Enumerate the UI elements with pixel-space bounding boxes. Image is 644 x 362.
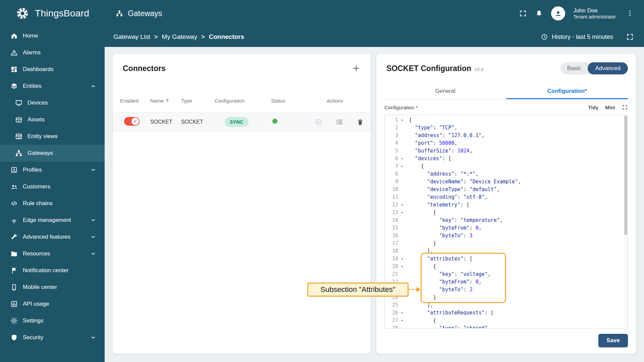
line-number[interactable]: 3 xyxy=(385,132,404,139)
sidebar-item-resources[interactable]: Resources xyxy=(0,245,105,262)
connector-name: SOCKET xyxy=(150,119,181,125)
connector-row[interactable]: ✓ SOCKET SOCKET SYNC xyxy=(113,113,371,131)
connector-rpc-icon[interactable] xyxy=(315,118,323,126)
sidebar-item-entity-views[interactable]: Entity views xyxy=(0,128,105,145)
sidebar-item-label: Rule chains xyxy=(23,200,53,207)
line-number[interactable]: 19▾ xyxy=(385,255,404,263)
code-line: "telemetry": [ xyxy=(409,201,628,209)
sidebar-item-devices[interactable]: Devices xyxy=(0,95,105,111)
fold-caret-icon[interactable]: ▾ xyxy=(401,317,403,324)
line-number[interactable]: 18 xyxy=(385,247,404,255)
line-number[interactable]: 16 xyxy=(385,232,404,240)
line-number[interactable]: 25 xyxy=(385,301,404,309)
line-number[interactable]: 6▾ xyxy=(385,155,404,163)
advanced-mode-button[interactable]: Advanced xyxy=(588,62,628,74)
sidebar-item-profiles[interactable]: Profiles xyxy=(0,162,105,178)
sidebar-item-advanced-features[interactable]: Advanced features xyxy=(0,229,105,245)
line-number[interactable]: 28 xyxy=(385,324,404,328)
line-number[interactable]: 12▾ xyxy=(385,201,404,209)
devices-icon xyxy=(15,99,23,107)
fold-caret-icon[interactable]: ▾ xyxy=(401,201,403,209)
editor-code[interactable]: { "type": "TCP", "address": "127.0.0.1",… xyxy=(404,115,628,328)
code-line: { xyxy=(409,263,628,270)
sidebar-item-entities[interactable]: Entities xyxy=(0,78,105,95)
tidy-button[interactable]: Tidy xyxy=(588,105,598,110)
sidebar-item-security[interactable]: Security xyxy=(0,329,105,346)
line-number[interactable]: 2 xyxy=(385,124,404,132)
sidebar-item-dashboards[interactable]: Dashboards xyxy=(0,61,105,78)
app-logo[interactable]: ThingsBoard xyxy=(15,6,89,20)
line-number[interactable]: 1▾ xyxy=(385,116,404,124)
tab-configuration[interactable]: Configuration* xyxy=(506,83,628,99)
code-line: "port": 50000, xyxy=(409,139,628,147)
column-name[interactable]: Name xyxy=(150,98,181,104)
line-number[interactable]: 14 xyxy=(385,217,404,224)
dashboards-icon xyxy=(10,65,18,73)
add-connector-button[interactable] xyxy=(352,64,361,73)
breadcrumb-gateway-list[interactable]: Gateway List xyxy=(113,33,150,41)
sidebar-item-label: Resources xyxy=(23,250,50,257)
history-range-button[interactable]: History - last 5 minutes xyxy=(541,33,613,41)
fold-caret-icon[interactable]: ▾ xyxy=(401,116,403,124)
fold-caret-icon[interactable]: ▾ xyxy=(401,263,403,270)
sidebar-item-label: Entities xyxy=(23,83,42,89)
connector-logs-icon[interactable] xyxy=(335,118,343,126)
sidebar-item-label: Advanced features xyxy=(23,234,70,240)
connector-delete-icon[interactable] xyxy=(356,118,364,126)
editor-scrollbar[interactable] xyxy=(624,115,628,328)
sidebar-item-api-usage[interactable]: API usage xyxy=(0,296,105,312)
fold-caret-icon[interactable]: ▾ xyxy=(401,155,403,163)
fullscreen-icon[interactable] xyxy=(519,9,527,17)
sidebar-item-settings[interactable]: Settings xyxy=(0,312,105,329)
sidebar-item-gateways[interactable]: Gateways xyxy=(0,145,105,162)
sidebar-item-notification-center[interactable]: Notification center xyxy=(0,262,105,279)
breadcrumb-separator: > xyxy=(201,34,205,41)
sidebar-item-mobile-center[interactable]: Mobile center xyxy=(0,279,105,296)
mini-button[interactable]: Mini xyxy=(605,105,615,110)
page-title-label: Gateways xyxy=(128,9,162,18)
save-button[interactable]: Save xyxy=(598,334,628,347)
line-number[interactable]: 8 xyxy=(385,170,404,178)
sidebar-item-assets[interactable]: Assets xyxy=(0,111,105,128)
fold-caret-icon[interactable]: ▾ xyxy=(401,209,403,217)
sidebar-item-label: Notification center xyxy=(23,267,68,274)
fold-caret-icon[interactable]: ▾ xyxy=(401,163,403,170)
tab-general[interactable]: General xyxy=(384,83,506,99)
line-number[interactable]: 13▾ xyxy=(385,209,404,217)
breadcrumb-my-gateway[interactable]: My Gateway xyxy=(162,33,197,41)
line-number[interactable]: 26▾ xyxy=(385,309,404,317)
line-number[interactable]: 15 xyxy=(385,224,404,232)
line-number[interactable]: 9 xyxy=(385,178,404,186)
line-number[interactable]: 17 xyxy=(385,240,404,247)
enabled-toggle[interactable]: ✓ xyxy=(124,117,140,126)
entities-icon xyxy=(10,82,18,90)
fold-caret-icon[interactable]: ▾ xyxy=(401,255,403,263)
sidebar-item-edge-management[interactable]: Edge management xyxy=(0,212,105,229)
line-number[interactable]: 5 xyxy=(385,147,404,155)
sidebar-item-label: Home xyxy=(23,33,38,39)
line-number[interactable]: 4 xyxy=(385,139,404,147)
line-number[interactable]: 11 xyxy=(385,193,404,201)
sidebar-item-alarms[interactable]: Alarms xyxy=(0,44,105,61)
scrollbar-thumb[interactable] xyxy=(624,116,627,235)
editor-fullscreen-icon[interactable] xyxy=(622,104,628,110)
annotation-label: Subsection "Attributes" xyxy=(307,283,409,297)
notifications-bell-icon[interactable] xyxy=(535,9,543,17)
chevron-down-icon xyxy=(90,250,97,257)
line-number[interactable]: 20▾ xyxy=(385,263,404,270)
line-number[interactable]: 21 xyxy=(385,270,404,278)
user-info[interactable]: John Doe Tenant administrator xyxy=(573,7,616,20)
status-dot xyxy=(272,119,277,124)
avatar[interactable] xyxy=(551,6,565,20)
line-number[interactable]: 7▾ xyxy=(385,163,404,170)
sidebar-item-home[interactable]: Home xyxy=(0,27,105,44)
sidebar-item-rule-chains[interactable]: Rule chains xyxy=(0,195,105,212)
fold-caret-icon[interactable]: ▾ xyxy=(401,309,403,317)
more-menu-icon[interactable] xyxy=(626,9,634,17)
json-editor[interactable]: 1▾23456▾7▾89101112▾13▾141516171819▾20▾21… xyxy=(384,115,628,328)
line-number[interactable]: 27▾ xyxy=(385,317,404,324)
basic-mode-button[interactable]: Basic xyxy=(560,65,588,72)
dashboard-fullscreen-icon[interactable] xyxy=(626,33,634,41)
sidebar-item-customers[interactable]: Customers xyxy=(0,178,105,195)
line-number[interactable]: 10 xyxy=(385,186,404,193)
